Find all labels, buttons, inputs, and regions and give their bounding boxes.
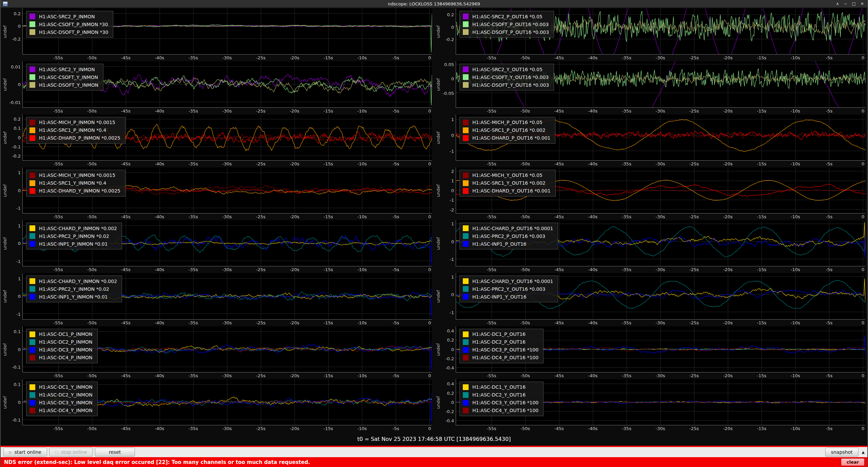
stop-online-button[interactable]: □ stop online: [49, 448, 93, 456]
legend-channel-label: H1:ASC-SRC1_P_INMON *0.4: [39, 127, 106, 133]
plot-legend[interactable]: H1:ASC-CHARD_P_OUT16 *0.0001H1:ASC-PRC2_…: [459, 223, 558, 249]
maximize-icon[interactable]: □: [852, 2, 856, 6]
x-tick-label: -10s: [791, 214, 800, 219]
plot[interactable]: undef 10-1 H1:ASC-CHARD_P_INMON *0.002H1…: [1, 220, 432, 273]
plot[interactable]: undef 210-1-2 H1:ASC-MICH_Y_OUT16 *0.05H…: [435, 167, 865, 220]
y-tick-label: 2: [451, 169, 454, 174]
x-tick-label: -30s: [222, 161, 232, 166]
legend-channel-label: H1:ASC-DC2_P_INMON: [39, 339, 93, 345]
legend-swatch: [463, 278, 469, 284]
plot[interactable]: undef 0.20-0.2 H1:ASC-SRC2_P_INMONH1:ASC…: [1, 8, 432, 61]
plot[interactable]: undef 0.010-0.01 H1:ASC-SRC2_Y_INMONH1:A…: [1, 61, 432, 114]
snapshot-button[interactable]: snapshot: [825, 448, 859, 456]
legend-swatch: [463, 408, 469, 413]
x-tick-label: -30s: [222, 108, 232, 114]
minimize-icon[interactable]: −: [844, 2, 847, 6]
plot-area[interactable]: H1:ASC-DC1_P_INMONH1:ASC-DC2_P_INMONH1:A…: [22, 326, 432, 372]
plot-area[interactable]: H1:ASC-MICH_Y_OUT16 *0.05H1:ASC-SRC1_Y_O…: [456, 167, 865, 214]
plot-legend[interactable]: H1:ASC-SRC2_Y_OUT16 *0.05H1:ASC-CSOFT_Y_…: [459, 64, 554, 90]
x-tick-label: -55s: [54, 267, 63, 272]
plot-legend[interactable]: H1:ASC-MICH_P_OUT16 *0.05H1:ASC-SRC1_P_O…: [459, 117, 555, 144]
title-bar[interactable]: ndscope: LOCKLOSS 1384969636.542969 ∧ − …: [1, 0, 867, 8]
y-tick-label: -0.1: [12, 365, 21, 370]
plot-area[interactable]: H1:ASC-SRC2_P_INMONH1:ASC-CSOFT_P_INMON …: [22, 8, 432, 55]
plot-legend[interactable]: H1:ASC-SRC2_P_INMONH1:ASC-CSOFT_P_INMON …: [26, 11, 113, 38]
plot[interactable]: undef 10-1 H1:ASC-MICH_Y_INMON *0.0015H1…: [1, 167, 432, 220]
x-tick-label: -30s: [655, 267, 665, 272]
plot-legend[interactable]: H1:ASC-MICH_Y_OUT16 *0.05H1:ASC-SRC1_Y_O…: [459, 170, 556, 197]
legend-swatch: [29, 339, 35, 345]
start-online-button[interactable]: ▷ start online: [3, 448, 47, 456]
plot[interactable]: undef 10-1 H1:ASC-MICH_P_OUT16 *0.05H1:A…: [435, 115, 865, 167]
x-tick-label: 0: [862, 214, 864, 219]
legend-swatch: [29, 127, 35, 133]
plot-area[interactable]: H1:ASC-MICH_P_OUT16 *0.05H1:ASC-SRC1_P_O…: [456, 115, 865, 161]
plot[interactable]: undef 0.40.20-0.2-0.4 H1:ASC-DC1_Y_OUT16…: [435, 379, 865, 432]
plot-legend[interactable]: H1:ASC-DC1_P_OUT16H1:ASC-DC2_P_OUT16H1:A…: [459, 329, 544, 363]
x-tick-label: -55s: [487, 373, 496, 378]
plot-legend[interactable]: H1:ASC-SRC2_P_OUT16 *0.05H1:ASC-CSOFT_P_…: [459, 11, 554, 38]
x-tick-label: -20s: [290, 108, 299, 114]
plot-legend[interactable]: H1:ASC-DC1_Y_INMONH1:ASC-DC2_Y_INMONH1:A…: [26, 382, 98, 416]
plot-legend[interactable]: H1:ASC-DC1_Y_OUT16H1:ASC-DC2_Y_OUT16H1:A…: [459, 382, 544, 416]
legend-item: H1:ASC-PRC2_P_INMON *0.02: [29, 233, 117, 239]
plot[interactable]: undef 0.20.10-0.1-0.2 H1:ASC-MICH_P_INMO…: [1, 115, 432, 167]
legend-channel-label: H1:ASC-DC3_P_OUT16 *100: [472, 347, 538, 352]
plot[interactable]: undef 10-1 H1:ASC-CHARD_P_OUT16 *0.0001H…: [435, 220, 865, 273]
plot-area[interactable]: H1:ASC-CHARD_Y_OUT16 *0.0001H1:ASC-PRC2_…: [456, 273, 865, 319]
x-tick-label: -15s: [323, 373, 333, 378]
plot-area[interactable]: H1:ASC-DC1_Y_OUT16H1:ASC-DC2_Y_OUT16H1:A…: [456, 379, 865, 425]
plot-legend[interactable]: H1:ASC-MICH_Y_INMON *0.0015H1:ASC-SRC1_Y…: [26, 170, 125, 197]
y-tick-label: 1: [451, 221, 454, 226]
plot[interactable]: undef 0.050-0.05 H1:ASC-SRC2_Y_OUT16 *0.…: [435, 61, 865, 114]
plot-legend[interactable]: H1:ASC-DC1_P_INMONH1:ASC-DC2_P_INMONH1:A…: [26, 329, 98, 363]
legend-channel-label: H1:ASC-INP1_Y_OUT16: [472, 294, 527, 300]
plot-legend[interactable]: H1:ASC-SRC2_Y_INMONH1:ASC-CSOFT_Y_INMONH…: [26, 64, 103, 90]
legend-channel-label: H1:ASC-INP1_P_OUT16: [472, 241, 526, 247]
x-tick-label: -15s: [323, 161, 333, 166]
y-tick-label: -1: [16, 311, 21, 317]
expander-triangle-icon[interactable]: ▲: [862, 450, 865, 454]
clear-button[interactable]: clear: [841, 458, 865, 466]
y-tick-label: 0: [451, 133, 454, 138]
y-tick-label: 0: [18, 241, 21, 246]
plot-area[interactable]: H1:ASC-SRC2_Y_INMONH1:ASC-CSOFT_Y_INMONH…: [22, 61, 432, 107]
legend-swatch: [463, 66, 469, 72]
x-tick-label: 0: [428, 267, 431, 272]
legend-item: H1:ASC-CHARD_Y_INMON *0.002: [29, 278, 117, 284]
x-tick-label: -45s: [554, 55, 564, 60]
plot-area[interactable]: H1:ASC-DC1_Y_INMONH1:ASC-DC2_Y_INMONH1:A…: [22, 379, 432, 425]
y-tick-label: -0.05: [442, 90, 454, 96]
plot-legend[interactable]: H1:ASC-CHARD_P_INMON *0.002H1:ASC-PRC2_P…: [26, 223, 122, 249]
plot[interactable]: undef 0.40.20-0.2-0.4 H1:ASC-DC1_P_OUT16…: [435, 326, 865, 379]
x-tick-label: -25s: [256, 426, 265, 431]
y-tick-label: 0.05: [444, 62, 454, 67]
plot-area[interactable]: H1:ASC-MICH_P_INMON *0.0015H1:ASC-SRC1_P…: [22, 115, 432, 161]
plot-area[interactable]: H1:ASC-CHARD_Y_INMON *0.002H1:ASC-PRC2_Y…: [22, 273, 432, 319]
plot[interactable]: undef 0.10-0.1 H1:ASC-DC1_Y_INMONH1:ASC-…: [1, 379, 432, 432]
t0-label: t0 = Sat Nov 25 2023 17:46:58 UTC [13849…: [1, 432, 867, 446]
plot-area[interactable]: H1:ASC-SRC2_P_OUT16 *0.05H1:ASC-CSOFT_P_…: [456, 8, 865, 55]
plot[interactable]: undef 10-1 H1:ASC-CHARD_Y_OUT16 *0.0001H…: [435, 273, 865, 326]
shade-icon[interactable]: ∧: [836, 2, 839, 6]
plot-area[interactable]: H1:ASC-CHARD_P_INMON *0.002H1:ASC-PRC2_P…: [22, 220, 432, 266]
plot-area[interactable]: H1:ASC-MICH_Y_INMON *0.0015H1:ASC-SRC1_Y…: [22, 167, 432, 214]
close-icon[interactable]: ✕: [861, 2, 864, 6]
legend-swatch: [29, 286, 35, 292]
x-tick-label: -5s: [826, 214, 833, 219]
plot[interactable]: undef 10-1 H1:ASC-CHARD_Y_INMON *0.002H1…: [1, 273, 432, 326]
y-tick-label: 0.2: [14, 117, 21, 122]
plot-area[interactable]: H1:ASC-SRC2_Y_OUT16 *0.05H1:ASC-CSOFT_Y_…: [456, 61, 865, 107]
x-tick-label: -35s: [189, 426, 198, 431]
plot-legend[interactable]: H1:ASC-CHARD_Y_INMON *0.002H1:ASC-PRC2_Y…: [26, 276, 122, 302]
plot[interactable]: undef 0.10-0.1 H1:ASC-DC1_P_INMONH1:ASC-…: [1, 326, 432, 379]
y-tick-label: 1: [451, 274, 454, 279]
x-tick-label: -55s: [487, 267, 496, 272]
plot-legend[interactable]: H1:ASC-CHARD_Y_OUT16 *0.0001H1:ASC-PRC2_…: [459, 276, 558, 302]
reset-button[interactable]: reset: [95, 448, 135, 456]
plot-area[interactable]: H1:ASC-CHARD_P_OUT16 *0.0001H1:ASC-PRC2_…: [456, 220, 865, 266]
plot[interactable]: undef 0.20-0.2 H1:ASC-SRC2_P_OUT16 *0.05…: [435, 8, 865, 61]
legend-swatch: [463, 21, 469, 27]
plot-area[interactable]: H1:ASC-DC1_P_OUT16H1:ASC-DC2_P_OUT16H1:A…: [456, 326, 865, 372]
plot-legend[interactable]: H1:ASC-MICH_P_INMON *0.0015H1:ASC-SRC1_P…: [26, 117, 125, 144]
